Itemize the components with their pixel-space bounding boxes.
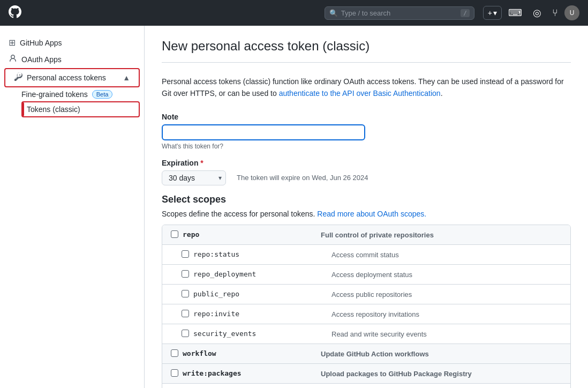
expiration-label: Expiration *: [162, 159, 571, 167]
expiration-row: 7 days 30 days 60 days 90 days Custom ▾ …: [162, 170, 571, 185]
scope-name-repo-deployment: repo_deployment: [193, 270, 256, 278]
search-bar[interactable]: 🔍 Type / to search /: [325, 6, 474, 20]
main-layout: ⊞ GitHub Apps OAuth Apps Personal access…: [0, 26, 588, 388]
checkbox-repo[interactable]: [171, 230, 178, 238]
scopes-section: Select scopes Scopes define the access f…: [162, 194, 571, 388]
scope-name-repo-status: repo:status: [193, 250, 239, 258]
beta-badge: Beta: [92, 90, 113, 99]
note-input[interactable]: [162, 124, 365, 140]
checkbox-repo-deployment[interactable]: [182, 270, 189, 278]
divider: [162, 62, 571, 63]
new-button[interactable]: + ▾: [483, 6, 502, 20]
apps-icon: ⊞: [9, 38, 16, 48]
scope-desc-public-repo: Access public repositories: [331, 290, 562, 299]
scope-desc-repo-invite: Access repository invitations: [331, 310, 562, 318]
scope-row-public-repo: public_repo Access public repositories: [162, 285, 570, 304]
checkbox-public-repo[interactable]: [182, 290, 189, 297]
sidebar-item-personal-access-tokens[interactable]: Personal access tokens ▲: [4, 68, 140, 87]
description-link[interactable]: authenticate to the API over Basic Authe…: [279, 89, 441, 98]
checkbox-repo-status[interactable]: [182, 250, 189, 258]
scope-desc-repo-status: Access commit status: [331, 250, 562, 259]
expiration-select-wrapper: 7 days 30 days 60 days 90 days Custom ▾: [162, 170, 226, 185]
checkbox-repo-invite[interactable]: [182, 310, 189, 317]
topbar: 🔍 Type / to search / + ▾ ⌨ ◎ ⑂ U: [0, 0, 588, 26]
scopes-title: Select scopes: [162, 194, 571, 205]
search-icon: 🔍: [329, 9, 338, 17]
scope-name-cell-write-packages: write:packages: [171, 369, 321, 377]
expiration-select[interactable]: 7 days 30 days 60 days 90 days Custom: [162, 170, 226, 185]
key-icon: [14, 72, 22, 83]
scope-desc-security-events: Read and write security events: [331, 330, 562, 338]
page-description: Personal access tokens (classic) functio…: [162, 76, 571, 100]
expiration-group: Expiration * 7 days 30 days 60 days 90 d…: [162, 159, 571, 185]
sidebar-item-tokens-classic[interactable]: Tokens (classic): [21, 101, 140, 117]
scopes-description: Scopes define the access for personal to…: [162, 210, 571, 218]
issues-icon-btn[interactable]: ◎: [529, 5, 546, 21]
search-placeholder: Type / to search: [341, 9, 391, 17]
oauth-icon: [9, 54, 17, 65]
scope-row-repo-invite: repo:invite Access repository invitation…: [162, 304, 570, 324]
scope-row-workflow: workflow Update GitHub Action workflows: [162, 344, 570, 364]
sidebar-sub-label: Fine-grained tokens: [21, 90, 88, 99]
scope-name-cell-repo: repo: [171, 230, 321, 238]
scope-name-cell-repo-status: repo:status: [182, 250, 331, 258]
scope-name-security-events: security_events: [193, 330, 256, 338]
sidebar-sub-label: Tokens (classic): [27, 105, 80, 114]
sidebar-item-label: OAuth Apps: [21, 55, 62, 64]
note-label: Note: [162, 113, 571, 121]
scope-row-repo-deployment: repo_deployment Access deployment status: [162, 265, 570, 285]
terminal-icon-btn[interactable]: ⌨: [504, 5, 526, 21]
github-logo: [9, 5, 21, 21]
topbar-actions: + ▾ ⌨ ◎ ⑂ U: [483, 5, 579, 21]
active-indicator: [22, 102, 24, 116]
page-title: New personal access token (classic): [162, 39, 571, 54]
main-content: New personal access token (classic) Pers…: [145, 26, 588, 388]
scope-row-write-packages: write:packages Upload packages to GitHub…: [162, 364, 570, 384]
scope-desc-write-packages: Upload packages to GitHub Package Regist…: [321, 369, 562, 378]
scope-row-repo: repo Full control of private repositorie…: [162, 225, 570, 245]
expiration-info: The token will expire on Wed, Jun 26 202…: [237, 174, 368, 182]
scope-row-repo-status: repo:status Access commit status: [162, 245, 570, 265]
scope-row-read-packages: read:packages Download packages from Git…: [162, 384, 570, 388]
scope-name-public-repo: public_repo: [193, 290, 239, 298]
scope-name-workflow: workflow: [183, 349, 216, 357]
scope-name-cell-workflow: workflow: [171, 349, 321, 357]
sidebar: ⊞ GitHub Apps OAuth Apps Personal access…: [0, 26, 145, 388]
checkbox-security-events[interactable]: [182, 330, 189, 337]
scope-name-cell-security-events: security_events: [182, 330, 331, 338]
sidebar-item-fine-grained-tokens[interactable]: Fine-grained tokens Beta: [21, 87, 144, 101]
note-hint: What's this token for?: [162, 143, 571, 150]
scope-name-write-packages: write:packages: [183, 369, 242, 377]
sidebar-sub-items: Fine-grained tokens Beta Tokens (classic…: [0, 87, 144, 117]
required-star: *: [200, 159, 203, 167]
scope-desc-repo: Full control of private repositories: [321, 230, 562, 239]
search-shortcut: /: [461, 9, 470, 17]
scope-desc-workflow: Update GitHub Action workflows: [321, 349, 562, 358]
scopes-link[interactable]: Read more about OAuth scopes.: [317, 210, 426, 218]
scope-name-cell-repo-invite: repo:invite: [182, 310, 331, 318]
collapse-btn[interactable]: ▲: [123, 73, 130, 82]
sidebar-item-github-apps[interactable]: ⊞ GitHub Apps: [0, 34, 144, 51]
sidebar-item-label: GitHub Apps: [20, 39, 62, 47]
scopes-table: repo Full control of private repositorie…: [162, 225, 571, 388]
checkbox-workflow[interactable]: [171, 349, 178, 357]
scope-row-security-events: security_events Read and write security …: [162, 324, 570, 344]
scope-name-cell-public-repo: public_repo: [182, 290, 331, 298]
note-group: Note What's this token for?: [162, 113, 571, 150]
scope-name-repo-invite: repo:invite: [193, 310, 239, 318]
scope-name-repo: repo: [183, 230, 199, 238]
scope-name-cell-repo-deployment: repo_deployment: [182, 270, 331, 278]
avatar-btn[interactable]: U: [564, 5, 579, 20]
pullrequest-icon-btn[interactable]: ⑂: [548, 5, 562, 21]
sidebar-item-label: Personal access tokens: [27, 73, 106, 82]
checkbox-write-packages[interactable]: [171, 369, 178, 377]
sidebar-item-oauth-apps[interactable]: OAuth Apps: [0, 51, 144, 68]
scope-desc-repo-deployment: Access deployment status: [331, 270, 562, 279]
